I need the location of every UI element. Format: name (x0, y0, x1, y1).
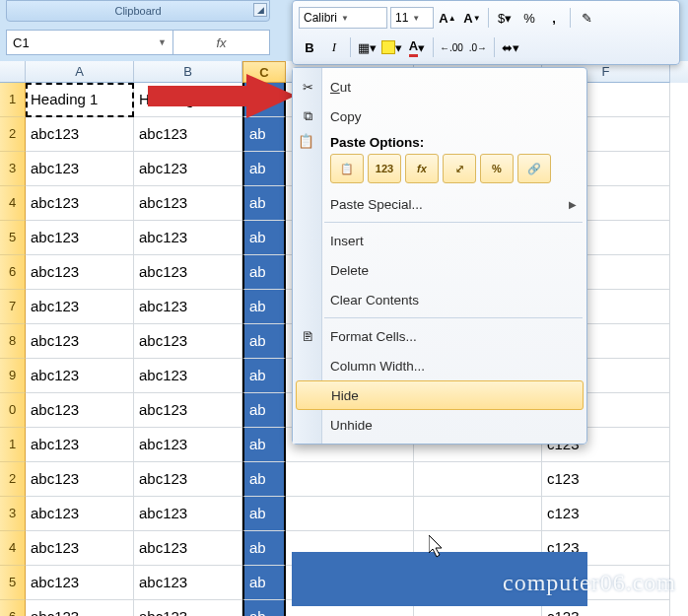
percent-button[interactable]: % (518, 7, 540, 29)
cell[interactable]: abc123 (134, 255, 242, 290)
chevron-down-icon[interactable]: ▼ (412, 14, 420, 23)
row-header[interactable]: 2 (0, 117, 26, 152)
increase-decimal-button[interactable]: ←.00 (439, 36, 464, 58)
cell[interactable]: abc123 (134, 359, 242, 393)
cell[interactable]: abc123 (134, 152, 242, 186)
cell[interactable]: abc123 (26, 152, 134, 186)
menu-item-insert[interactable]: Insert (293, 226, 586, 255)
cell[interactable]: abc123 (134, 221, 242, 255)
name-box[interactable]: C1 ▼ (6, 30, 173, 55)
cell-selected[interactable]: He (242, 83, 286, 117)
font-size-combo[interactable]: 11▼ (390, 7, 434, 29)
menu-item-format-cells[interactable]: 🖹 Format Cells... (293, 321, 586, 351)
cell[interactable]: abc123 (26, 359, 134, 393)
cell-selected[interactable]: ab (242, 359, 286, 393)
font-color-button[interactable]: A▾ (406, 36, 428, 58)
cell-selected[interactable]: ab (242, 462, 286, 497)
cell-selected[interactable]: ab (242, 324, 286, 359)
cell-selected[interactable]: ab (242, 600, 286, 616)
cell[interactable]: Heading 2 (134, 83, 242, 117)
font-name-combo[interactable]: Calibri▼ (299, 7, 387, 29)
row-header[interactable]: 5 (0, 566, 26, 600)
cell[interactable]: abc123 (134, 290, 242, 324)
cell[interactable]: abc123 (134, 324, 242, 359)
grow-font-button[interactable]: A▲ (437, 7, 458, 29)
menu-item-unhide[interactable]: Unhide (293, 410, 586, 440)
shrink-font-button[interactable]: A▼ (461, 7, 483, 29)
cell[interactable]: abc123 (26, 566, 134, 600)
menu-item-copy[interactable]: ⧉ Copy (293, 102, 586, 131)
row-header[interactable]: 6 (0, 600, 26, 616)
cell-selected[interactable]: ab (242, 186, 286, 221)
column-header-b[interactable]: B (134, 61, 242, 83)
row-header[interactable]: 4 (0, 531, 26, 566)
cell[interactable]: abc123 (134, 600, 242, 616)
row-header[interactable]: 3 (0, 152, 26, 186)
cell[interactable]: abc123 (26, 600, 134, 616)
cell[interactable]: abc123 (134, 566, 242, 600)
row-header[interactable]: 2 (0, 462, 26, 497)
cell[interactable] (286, 497, 414, 531)
cell-selected[interactable]: ab (242, 393, 286, 428)
row-header[interactable]: 4 (0, 186, 26, 221)
menu-item-column-width[interactable]: Column Width... (293, 351, 586, 380)
cell[interactable]: abc123 (134, 462, 242, 497)
decrease-decimal-button[interactable]: .0→ (467, 36, 489, 58)
cell[interactable]: abc123 (26, 186, 134, 221)
cell-selected[interactable]: ab (242, 152, 286, 186)
cell-selected[interactable]: ab (242, 290, 286, 324)
row-header[interactable]: 5 (0, 221, 26, 255)
cell-selected[interactable]: ab (242, 531, 286, 566)
cell[interactable]: abc123 (26, 324, 134, 359)
cell[interactable]: abc123 (26, 531, 134, 566)
menu-item-hide[interactable]: Hide (296, 380, 584, 410)
menu-item-cut[interactable]: ✂ Cut (293, 72, 586, 102)
row-header[interactable]: 3 (0, 497, 26, 531)
cell-selected[interactable]: ab (242, 497, 286, 531)
dialog-launcher-icon[interactable]: ◢ (253, 3, 267, 17)
menu-item-clear-contents[interactable]: Clear Contents (293, 285, 586, 314)
paste-option-transpose[interactable]: ⤢ (443, 154, 476, 183)
cell[interactable]: abc123 (26, 462, 134, 497)
cell[interactable]: abc123 (134, 186, 242, 221)
chevron-down-icon[interactable]: ▼ (158, 37, 167, 47)
cell-selected[interactable]: ab (242, 566, 286, 600)
paste-option-formulas[interactable]: fx (405, 154, 439, 183)
cell[interactable]: abc123 (134, 531, 242, 566)
cell[interactable]: abc123 (26, 497, 134, 531)
cell-selected[interactable]: ab (242, 117, 286, 152)
row-header[interactable]: 1 (0, 428, 26, 462)
cell[interactable]: abc123 (26, 393, 134, 428)
cell-selected[interactable]: ab (242, 221, 286, 255)
cell[interactable]: abc123 (134, 428, 242, 462)
cell[interactable]: abc123 (26, 117, 134, 152)
fill-color-button[interactable]: ▾ (380, 36, 403, 58)
chevron-down-icon[interactable]: ▼ (341, 14, 349, 23)
cell[interactable]: abc123 (134, 117, 242, 152)
borders-button[interactable]: ▦▾ (356, 36, 378, 58)
cell-selected[interactable]: ab (242, 428, 286, 462)
format-painter-button[interactable]: ✎ (576, 7, 597, 29)
cell[interactable]: abc123 (134, 497, 242, 531)
column-header-c-selected[interactable]: C (242, 61, 286, 83)
cell[interactable] (286, 462, 414, 497)
italic-button[interactable]: I (323, 36, 345, 58)
comma-style-button[interactable]: , (543, 7, 565, 29)
row-header[interactable]: 8 (0, 324, 26, 359)
paste-option-all[interactable]: 📋 (330, 154, 364, 183)
row-header[interactable]: 0 (0, 393, 26, 428)
select-all-corner[interactable] (0, 61, 26, 83)
cell-selected[interactable]: ab (242, 255, 286, 290)
row-header[interactable]: 7 (0, 290, 26, 324)
menu-item-delete[interactable]: Delete (293, 255, 586, 285)
fx-button[interactable]: fx (173, 30, 270, 55)
cell[interactable]: c123 (542, 497, 670, 531)
cell[interactable]: abc123 (26, 428, 134, 462)
cell[interactable]: Heading 1 (26, 83, 134, 117)
paste-option-formatting[interactable]: % (480, 154, 514, 183)
cell[interactable] (414, 497, 542, 531)
cell[interactable]: abc123 (134, 393, 242, 428)
cell[interactable]: abc123 (26, 221, 134, 255)
row-header[interactable]: 1 (0, 83, 26, 117)
cell[interactable]: abc123 (26, 255, 134, 290)
